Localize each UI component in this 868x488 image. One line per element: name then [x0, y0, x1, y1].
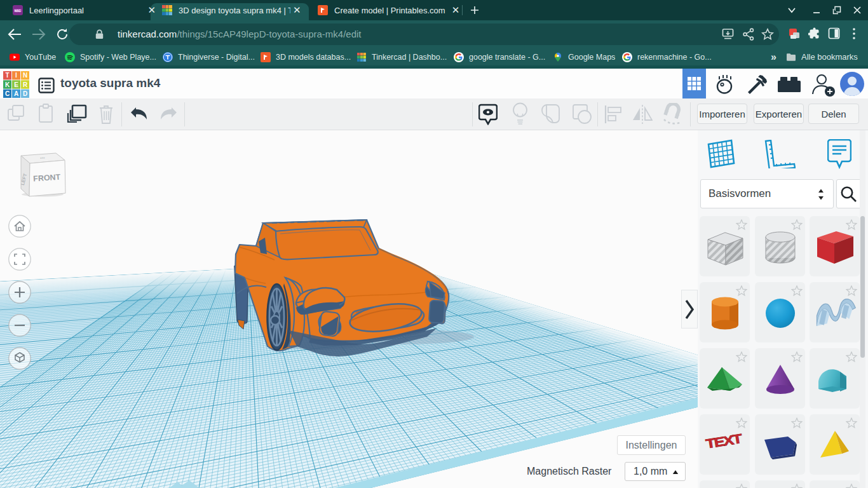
svg-text:I: I: [15, 72, 17, 79]
svg-text:A: A: [14, 90, 18, 97]
svg-text:E: E: [14, 81, 18, 88]
svg-text:K: K: [5, 81, 10, 88]
svg-text:T: T: [5, 72, 9, 79]
svg-text:D: D: [23, 90, 27, 97]
svg-text:N: N: [23, 72, 27, 79]
svg-text:•••: •••: [40, 156, 45, 161]
svg-text:C: C: [5, 90, 10, 97]
svg-text:R: R: [23, 81, 28, 88]
svg-text:NSG: NSG: [15, 10, 21, 13]
svg-text:TEXT: TEXT: [705, 431, 743, 451]
